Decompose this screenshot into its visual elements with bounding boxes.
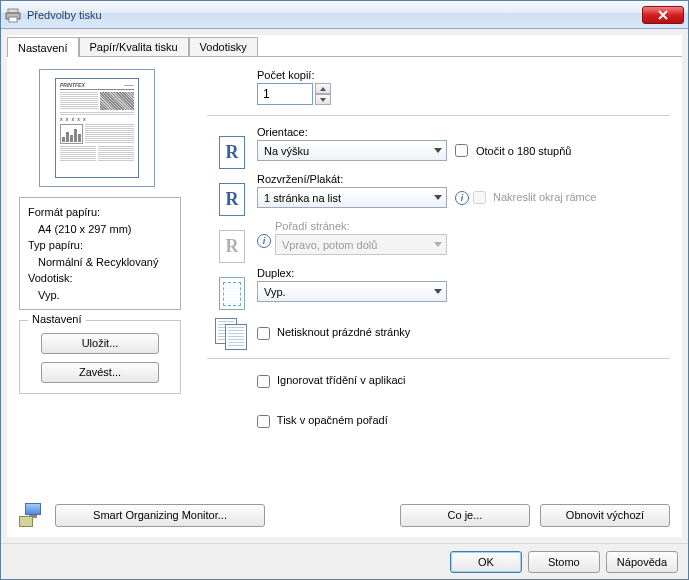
window-title: Předvolby tisku: [27, 9, 642, 21]
page-order-icon: R: [219, 230, 245, 263]
monitor-printer-icon: [19, 503, 45, 527]
page-order-label: Pořadí stránek:: [275, 220, 670, 232]
layout-icon: R: [219, 183, 245, 216]
settings-group: Nastavení Uložit... Zavést...: [19, 320, 181, 394]
chevron-down-icon: [434, 195, 442, 200]
rotate-180-label: Otočit o 180 stupňů: [476, 145, 571, 157]
tab-papir-kvalita[interactable]: Papír/Kvalita tisku: [79, 37, 189, 56]
dialog-footer: OK Stomo Nápověda: [1, 543, 688, 579]
chevron-down-icon: [434, 289, 442, 294]
tab-row: Nastavení Papír/Kvalita tisku Vodotisky: [7, 35, 682, 57]
divider: [207, 358, 670, 359]
orientation-row: R Orientace: Na výšku Otočit o 180 stupň…: [207, 126, 670, 169]
about-button[interactable]: Co je...: [400, 504, 530, 527]
paper-format-value: A4 (210 x 297 mm): [28, 221, 172, 238]
draw-frame-checkbox: Nakreslit okraj rámce: [473, 191, 596, 205]
ok-button[interactable]: OK: [450, 551, 522, 573]
paper-info-box: Formát papíru: A4 (210 x 297 mm) Typ pap…: [19, 197, 181, 310]
page-order-value: Vpravo, potom dolů: [282, 239, 377, 251]
layout-label: Rozvržení/Plakát:: [257, 173, 670, 185]
layout-dropdown[interactable]: 1 stránka na list: [257, 187, 447, 208]
reverse-print-label: Tisk v opačném pořadí: [277, 414, 388, 426]
ignore-collate-input[interactable]: [257, 375, 270, 388]
skip-blank-input[interactable]: [257, 327, 270, 340]
spinner-down-icon[interactable]: [315, 94, 331, 105]
rotate-180-checkbox[interactable]: Otočit o 180 stupňů: [455, 144, 571, 157]
smart-organizing-monitor-button[interactable]: Smart Organizing Monitor...: [55, 504, 265, 527]
duplex-row: Duplex: Vyp.: [207, 267, 670, 310]
reverse-print-input[interactable]: [257, 415, 270, 428]
printer-icon: [5, 7, 21, 23]
copies-row: Počet kopií:: [207, 69, 670, 105]
divider: [207, 115, 670, 116]
duplex-value: Vyp.: [264, 286, 286, 298]
watermark-value: Vyp.: [28, 287, 172, 304]
paper-format-label: Formát papíru:: [28, 204, 172, 221]
layout-value: 1 stránka na list: [264, 192, 341, 204]
svg-rect-2: [9, 17, 17, 22]
duplex-icon-small: [219, 277, 245, 310]
page-order-dropdown: Vpravo, potom dolů: [275, 234, 447, 255]
bottom-bar: Smart Organizing Monitor... Co je... Obn…: [19, 503, 670, 527]
cancel-button[interactable]: Stomo: [528, 551, 600, 573]
help-button[interactable]: Nápověda: [606, 551, 678, 573]
skip-blank-checkbox[interactable]: Netisknout prázdné stránky: [257, 326, 410, 338]
settings-legend: Nastavení: [28, 313, 86, 325]
skip-blank-label: Netisknout prázdné stránky: [277, 326, 410, 338]
save-settings-button[interactable]: Uložit...: [41, 333, 159, 354]
preview-page-icon: PRINTFEX—— X X X X X: [55, 78, 139, 178]
duplex-label: Duplex:: [257, 267, 670, 279]
close-icon: [658, 10, 668, 20]
window: Předvolby tisku Nastavení Papír/Kvalita …: [0, 0, 689, 580]
watermark-label: Vodotisk:: [28, 270, 172, 287]
dialog-body: Nastavení Papír/Kvalita tisku Vodotisky …: [7, 35, 682, 537]
ignore-collate-row: Ignorovat třídění v aplikaci: [207, 369, 670, 393]
spinner-up-icon[interactable]: [315, 83, 331, 94]
page-order-row: R i Pořadí stránek: Vpravo, potom dolů: [207, 220, 670, 263]
load-settings-button[interactable]: Zavést...: [41, 362, 159, 383]
ignore-collate-checkbox[interactable]: Ignorovat třídění v aplikaci: [257, 374, 405, 386]
page-preview: PRINTFEX—— X X X X X: [39, 69, 155, 187]
duplex-dropdown[interactable]: Vyp.: [257, 281, 447, 302]
pages-icon: [215, 318, 249, 348]
paper-type-value: Normální & Recyklovaný: [28, 254, 172, 271]
orientation-value: Na výšku: [264, 145, 309, 157]
rotate-180-input[interactable]: [455, 144, 468, 157]
info-icon[interactable]: i: [257, 234, 271, 248]
right-column: Počet kopií: R: [207, 69, 670, 435]
titlebar: Předvolby tisku: [1, 1, 688, 29]
copies-label: Počet kopií:: [257, 69, 670, 81]
layout-row: R Rozvržení/Plakát: 1 stránka na list i: [207, 173, 670, 216]
tab-content: PRINTFEX—— X X X X X Formát papíru: A4 (…: [7, 57, 682, 537]
restore-defaults-button[interactable]: Obnovit výchozí: [540, 504, 670, 527]
skip-blank-row: Netisknout prázdné stránky: [207, 318, 670, 348]
chevron-down-icon: [434, 148, 442, 153]
copies-spinner[interactable]: [315, 83, 331, 105]
draw-frame-label: Nakreslit okraj rámce: [493, 191, 596, 203]
draw-frame-input: [473, 191, 486, 204]
left-column: PRINTFEX—— X X X X X Formát papíru: A4 (…: [19, 69, 181, 394]
info-icon[interactable]: i: [455, 191, 469, 205]
paper-type-label: Typ papíru:: [28, 237, 172, 254]
orientation-icon: R: [219, 136, 245, 169]
copies-input[interactable]: [257, 83, 313, 105]
orientation-dropdown[interactable]: Na výšku: [257, 140, 447, 161]
svg-rect-0: [8, 9, 18, 13]
tab-nastaveni[interactable]: Nastavení: [7, 37, 79, 57]
close-button[interactable]: [642, 6, 684, 24]
reverse-print-checkbox[interactable]: Tisk v opačném pořadí: [257, 414, 388, 426]
tab-vodotisky[interactable]: Vodotisky: [189, 37, 258, 56]
orientation-label: Orientace:: [257, 126, 670, 138]
reverse-print-row: Tisk v opačném pořadí: [207, 409, 670, 433]
ignore-collate-label: Ignorovat třídění v aplikaci: [277, 374, 405, 386]
chevron-down-icon: [434, 242, 442, 247]
